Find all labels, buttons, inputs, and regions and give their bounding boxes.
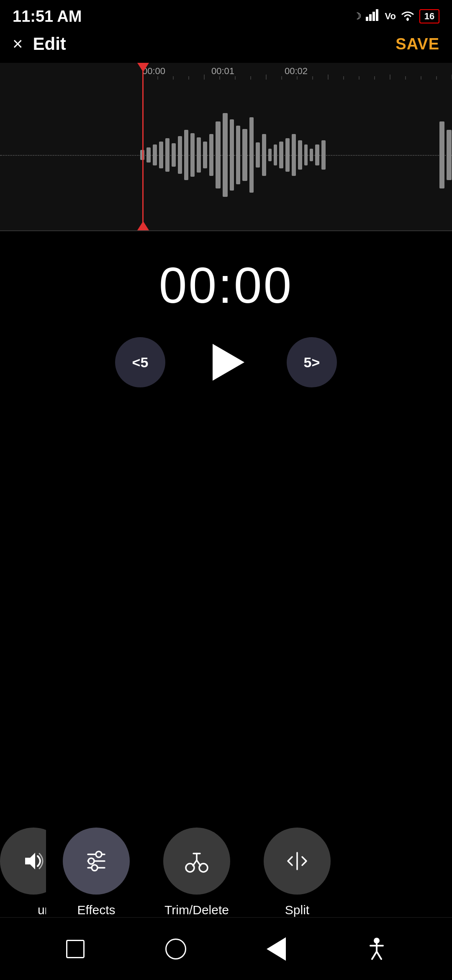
page-title: Edit — [33, 34, 66, 54]
svg-rect-42 — [242, 129, 247, 181]
signal-icon — [366, 9, 381, 23]
battery-icon: 16 — [419, 9, 439, 23]
svg-rect-44 — [256, 142, 260, 168]
svg-rect-54 — [315, 144, 319, 165]
svg-point-59 — [88, 858, 94, 864]
trim-label: Trim/Delete — [164, 903, 229, 917]
waveform-svg — [138, 80, 452, 230]
nav-bar — [0, 917, 452, 980]
timeline-ruler: 00:00 00:01 00:02 — [0, 63, 452, 80]
svg-rect-36 — [203, 142, 207, 168]
effects-icon — [83, 848, 110, 874]
svg-point-63 — [92, 865, 98, 871]
back-button[interactable] — [262, 934, 291, 964]
svg-rect-34 — [190, 133, 195, 177]
scissors-icon — [183, 848, 210, 874]
rewind-button[interactable]: <5 — [115, 337, 165, 387]
svg-rect-41 — [236, 126, 240, 184]
svg-rect-27 — [146, 147, 151, 162]
home-icon — [165, 939, 186, 959]
svg-rect-57 — [447, 130, 452, 180]
svg-rect-46 — [268, 149, 272, 161]
svg-rect-38 — [216, 121, 221, 188]
status-time: 11:51 AM — [13, 8, 82, 26]
svg-rect-49 — [285, 138, 290, 172]
vo-label: Vo — [385, 11, 396, 22]
stop-icon — [66, 940, 85, 958]
svg-line-74 — [372, 952, 377, 959]
ruler-ticks — [142, 75, 452, 80]
trim-button[interactable] — [163, 828, 230, 895]
svg-line-67 — [197, 860, 200, 866]
moon-icon: ☽ — [353, 11, 362, 22]
sound-label: und — [38, 903, 46, 917]
sound-icon — [21, 848, 46, 874]
svg-rect-43 — [249, 117, 254, 193]
svg-rect-31 — [172, 143, 176, 167]
waveform-container[interactable]: 00:00 00:01 00:02 — [0, 63, 452, 230]
toolbar-item-trim: Trim/Delete — [146, 828, 247, 917]
svg-rect-45 — [262, 134, 266, 176]
play-button[interactable] — [199, 335, 253, 389]
header: × Edit SAVE — [0, 29, 452, 63]
accessibility-button[interactable] — [362, 934, 391, 964]
play-icon — [213, 344, 244, 381]
svg-rect-37 — [209, 134, 213, 176]
waveform-area — [0, 80, 452, 230]
toolbar-item-sound: und — [0, 828, 46, 917]
svg-rect-29 — [159, 142, 163, 168]
svg-rect-56 — [439, 121, 444, 188]
svg-rect-53 — [310, 149, 313, 161]
split-icon — [284, 848, 311, 874]
svg-point-71 — [374, 938, 380, 944]
svg-rect-30 — [165, 138, 170, 172]
svg-rect-48 — [279, 142, 283, 168]
home-button[interactable] — [161, 934, 190, 964]
svg-rect-33 — [184, 130, 188, 180]
back-icon — [267, 937, 286, 961]
split-label: Split — [285, 903, 309, 917]
time-display: 00:00 — [159, 256, 293, 314]
close-button[interactable]: × — [13, 35, 23, 53]
bottom-toolbar: und Effects — [0, 828, 452, 917]
controls-row: <5 5> — [115, 335, 337, 389]
svg-rect-51 — [298, 140, 302, 170]
status-bar: 11:51 AM ☽ Vo 16 — [0, 0, 452, 29]
svg-point-4 — [406, 18, 409, 21]
svg-rect-32 — [178, 136, 182, 174]
svg-rect-40 — [230, 119, 234, 191]
stop-button[interactable] — [61, 934, 90, 964]
save-button[interactable]: SAVE — [396, 35, 439, 53]
playhead[interactable] — [142, 63, 144, 230]
accessibility-icon — [366, 937, 387, 961]
svg-rect-3 — [376, 9, 378, 21]
header-left: × Edit — [13, 34, 66, 54]
effects-label: Effects — [77, 903, 115, 917]
status-icons: ☽ Vo 16 — [353, 9, 439, 23]
svg-line-75 — [377, 952, 381, 959]
svg-point-61 — [96, 851, 102, 857]
svg-rect-2 — [372, 12, 375, 21]
svg-line-66 — [193, 860, 197, 866]
svg-rect-52 — [304, 144, 308, 165]
svg-rect-39 — [223, 113, 228, 197]
playback-section: 00:00 <5 5> — [0, 231, 452, 406]
svg-rect-1 — [369, 14, 372, 21]
split-button[interactable] — [264, 828, 331, 895]
svg-rect-55 — [321, 140, 326, 170]
svg-rect-28 — [153, 144, 157, 165]
svg-rect-47 — [274, 144, 277, 165]
svg-rect-50 — [292, 134, 296, 176]
toolbar-item-effects: Effects — [46, 828, 146, 917]
sound-button[interactable] — [0, 828, 46, 895]
svg-rect-35 — [197, 137, 201, 173]
forward-button[interactable]: 5> — [287, 337, 337, 387]
toolbar-item-split: Split — [247, 828, 347, 917]
effects-button[interactable] — [63, 828, 130, 895]
svg-rect-0 — [366, 17, 368, 21]
wifi-icon — [400, 9, 415, 23]
